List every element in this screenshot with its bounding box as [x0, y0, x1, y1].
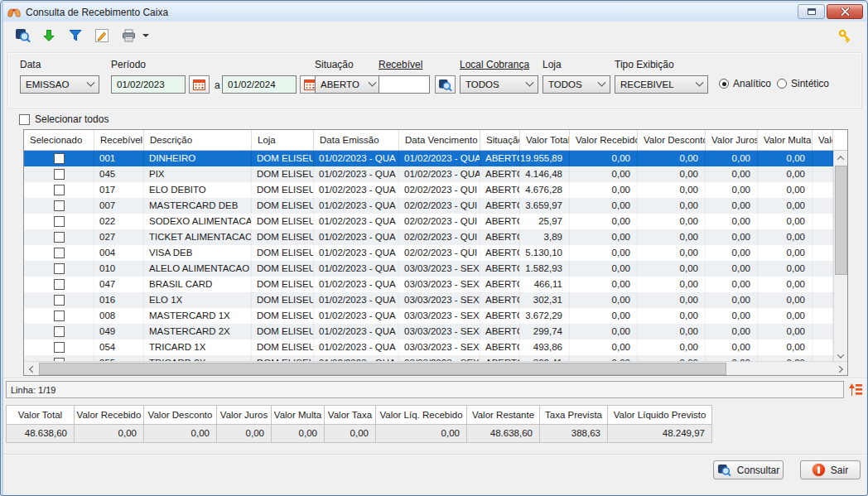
print-dropdown-caret[interactable]: [142, 34, 149, 37]
table-row[interactable]: 017ELO DEBITODOM ELISEU01/02/2023 - QUA0…: [24, 182, 833, 198]
local-cobranca-select[interactable]: TODOS: [460, 75, 538, 94]
row-checkbox[interactable]: [54, 326, 65, 337]
select-all-checkbox[interactable]: Selecionar todos: [19, 113, 108, 125]
horizontal-scrollbar[interactable]: [24, 361, 847, 375]
row-checkbox[interactable]: [54, 232, 65, 243]
column-header-valor-multa[interactable]: Valor Multa: [758, 130, 813, 151]
table-row[interactable]: 049MASTERCARD 2XDOM ELISEU01/02/2023 - Q…: [24, 324, 833, 339]
filter-panel: Data EMISSAO Período 01/02/2023 a 01/02/…: [7, 52, 862, 108]
cell-valor-juros: 0,00: [706, 182, 758, 198]
row-checkbox[interactable]: [54, 248, 65, 258]
row-checkbox[interactable]: [54, 200, 65, 211]
row-checkbox[interactable]: [54, 185, 65, 195]
jump-to-top-button[interactable]: [848, 381, 863, 398]
column-header-valor-desconto[interactable]: Valor Desconto: [638, 130, 706, 151]
print-toolbar-button[interactable]: [119, 27, 137, 44]
periodo-to-input[interactable]: 01/02/2024: [222, 75, 297, 94]
cell-valor-multa: 0,00: [758, 324, 813, 339]
column-header-valor-total[interactable]: Valor Total: [520, 130, 570, 151]
search-toolbar-button[interactable]: [13, 27, 31, 44]
table-row[interactable]: 016ELO 1XDOM ELISEU01/02/2023 - QUA03/03…: [24, 292, 833, 308]
table-row[interactable]: 045PIXDOM ELISEU01/02/2023 - QUA01/02/20…: [24, 166, 833, 182]
cell-recebivel: 045: [94, 166, 144, 182]
column-header-selecionado[interactable]: Selecionado: [24, 130, 94, 151]
cell-valor-recebido: 0,00: [570, 229, 638, 245]
local-cobranca-label[interactable]: Local Cobrança: [460, 59, 529, 70]
cell-loja: DOM ELISEU: [252, 339, 314, 355]
scroll-right-arrow[interactable]: [833, 362, 847, 376]
table-row[interactable]: 004VISA DEBDOM ELISEU01/02/2023 - QUA02/…: [24, 245, 833, 261]
row-checkbox[interactable]: [54, 295, 65, 306]
vertical-scrollbar[interactable]: [833, 151, 847, 363]
data-select[interactable]: EMISSAO: [20, 75, 99, 94]
cell-selecionado: [24, 277, 94, 292]
column-header-valor-recebido[interactable]: Valor Recebido: [570, 130, 638, 151]
cell-recebivel: 004: [94, 245, 144, 261]
recebivel-search-button[interactable]: [435, 75, 456, 94]
cell-selecionado: [24, 261, 94, 277]
restore-button[interactable]: [798, 4, 825, 19]
row-checkbox[interactable]: [54, 342, 65, 353]
row-checkbox[interactable]: [54, 311, 65, 321]
column-header-data-vencimento[interactable]: Data Vencimento: [399, 130, 480, 151]
table-row[interactable]: 022SODEXO ALIMENTACAODOM ELISEU01/02/202…: [24, 214, 833, 229]
row-checkbox[interactable]: [54, 216, 65, 227]
cell-situacao: ABERTO: [480, 182, 520, 198]
edit-toolbar-button[interactable]: [93, 27, 111, 44]
cell-data-emissao: 01/02/2023 - QUA: [314, 166, 399, 182]
cell-selecionado: [24, 182, 94, 198]
column-header-data-emissao[interactable]: Data Emissão: [314, 130, 399, 151]
row-checkbox[interactable]: [54, 169, 65, 180]
sair-button[interactable]: Sair: [800, 460, 861, 479]
export-toolbar-button[interactable]: [40, 27, 58, 44]
consultar-button[interactable]: Consultar: [713, 460, 784, 479]
column-header-valor-juros[interactable]: Valor Juros: [706, 130, 758, 151]
cell-valor-recebido: 0,00: [570, 214, 638, 229]
table-row[interactable]: 054TRICARD 1XDOM ELISEU01/02/2023 - QUA0…: [24, 339, 833, 355]
cell-data-vencimento: 03/03/2023 - SEX: [399, 339, 480, 355]
column-header-valor-taxa[interactable]: Valor Taxa: [813, 130, 833, 151]
row-checkbox[interactable]: [54, 153, 65, 164]
table-row[interactable]: 027TICKET ALIMENTACAODOM ELISEU01/02/202…: [24, 229, 833, 245]
filter-icon: [69, 29, 82, 41]
tipo-exibicao-select[interactable]: RECEBIVEL: [615, 75, 708, 94]
scroll-left-arrow[interactable]: [24, 362, 38, 376]
table-row[interactable]: 008MASTERCARD 1XDOM ELISEU01/02/2023 - Q…: [24, 308, 833, 324]
periodo-from-input[interactable]: 01/02/2023: [111, 75, 186, 94]
situacao-select[interactable]: ABERTO: [315, 75, 381, 94]
scroll-up-arrow[interactable]: [833, 151, 847, 165]
close-button[interactable]: [827, 4, 863, 19]
row-checkbox[interactable]: [54, 279, 65, 290]
cell-loja: DOM ELISEU: [252, 182, 314, 198]
cell-situacao: ABERTO: [480, 324, 520, 339]
radio-sintetico[interactable]: Sintético: [777, 78, 829, 89]
loja-select[interactable]: TODOS: [542, 75, 610, 94]
cell-valor-juros: 0,00: [706, 308, 758, 324]
vertical-scroll-thumb[interactable]: [835, 166, 847, 275]
column-header-situacao[interactable]: Situação: [480, 130, 520, 151]
table-row[interactable]: 001DINHEIRODOM ELISEU01/02/2023 - QUA01/…: [24, 151, 833, 166]
column-header-recebivel[interactable]: Recebível: [94, 130, 144, 151]
summary-value: 0,00: [325, 425, 376, 443]
cell-valor-total: 1.582,93: [520, 261, 570, 277]
situacao-label: Situação: [315, 59, 354, 70]
status-divider: [3, 378, 866, 378]
filter-toolbar-button[interactable]: [66, 27, 84, 44]
recebivel-label[interactable]: Recebível: [379, 59, 422, 70]
cell-recebivel: 008: [94, 308, 144, 324]
titlebar[interactable]: Consulta de Recebimento Caixa: [3, 2, 866, 22]
table-row[interactable]: 047BRASIL CARDDOM ELISEU01/02/2023 - QUA…: [24, 277, 833, 292]
horizontal-scroll-thumb[interactable]: [39, 363, 726, 375]
table-row[interactable]: 007MASTERCARD DEBDOM ELISEU01/02/2023 - …: [24, 198, 833, 214]
radio-analitico[interactable]: Analítico: [719, 78, 771, 89]
row-checkbox[interactable]: [54, 263, 65, 274]
table-row[interactable]: 010ALELO ALIMENTACAODOM ELISEU01/02/2023…: [24, 261, 833, 277]
restore-icon: [808, 8, 816, 15]
periodo-from-calendar-button[interactable]: [189, 75, 210, 94]
exit-icon: [813, 464, 825, 476]
recebivel-input[interactable]: [379, 75, 430, 94]
permissions-key-button[interactable]: [837, 28, 853, 47]
column-header-descricao[interactable]: Descrição: [144, 130, 252, 151]
column-header-loja[interactable]: Loja: [252, 130, 314, 151]
list-up-arrow-icon: [848, 381, 863, 397]
